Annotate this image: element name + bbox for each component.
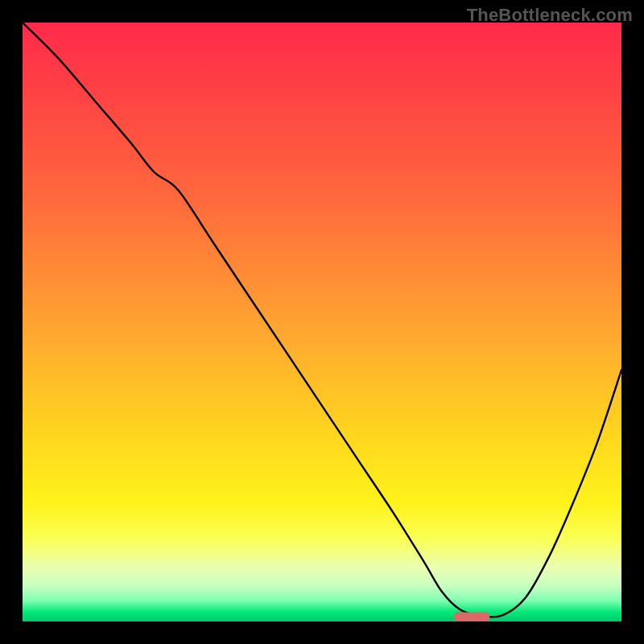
optimum-marker — [454, 613, 490, 621]
chart-svg — [23, 23, 621, 621]
chart-frame: TheBottleneck.com — [0, 0, 644, 644]
bottleneck-curve — [23, 23, 621, 617]
plot-area — [23, 23, 621, 621]
